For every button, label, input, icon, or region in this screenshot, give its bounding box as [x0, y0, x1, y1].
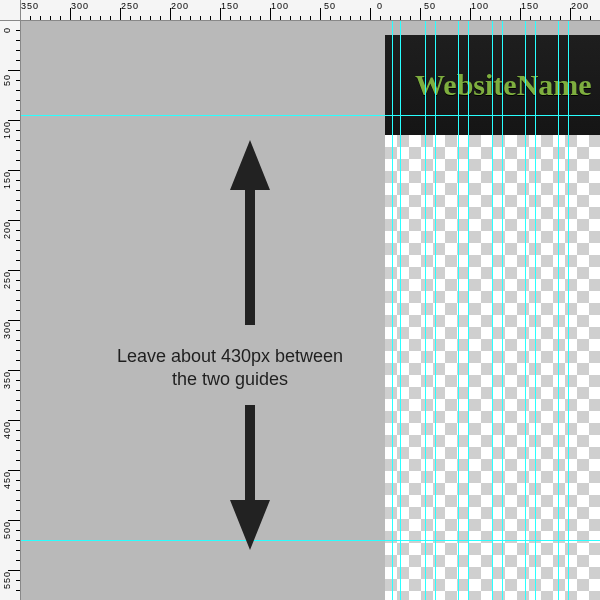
ruler-v-label: 50	[2, 74, 12, 86]
ruler-v-label: 300	[2, 321, 12, 339]
guide-vertical[interactable]	[502, 20, 503, 600]
ruler-h-label: 100	[471, 1, 489, 11]
ruler-v-label: 550	[2, 571, 12, 589]
guide-vertical[interactable]	[525, 20, 526, 600]
guide-vertical[interactable]	[468, 20, 469, 600]
website-title: WebsiteName	[415, 68, 592, 102]
ruler-vertical[interactable]: 050100150200250300350400450500550	[0, 20, 21, 600]
ruler-v-label: 150	[2, 171, 12, 189]
ruler-h-label: 50	[324, 1, 336, 11]
ruler-h-label: 150	[221, 1, 239, 11]
ruler-origin	[0, 0, 21, 21]
guide-vertical[interactable]	[392, 20, 393, 600]
guide-vertical[interactable]	[435, 20, 436, 600]
ruler-v-label: 250	[2, 271, 12, 289]
ruler-h-label: 250	[121, 1, 139, 11]
guide-horizontal[interactable]	[20, 115, 600, 116]
ruler-h-label: 100	[271, 1, 289, 11]
guide-vertical[interactable]	[492, 20, 493, 600]
ruler-horizontal[interactable]: 35030025020015010050050100150200	[20, 0, 600, 21]
annotation-group: Leave about 430px between the two guides	[80, 135, 380, 555]
guide-vertical[interactable]	[535, 20, 536, 600]
ruler-v-label: 450	[2, 471, 12, 489]
ruler-v-label: 0	[2, 27, 12, 33]
ruler-v-label: 400	[2, 421, 12, 439]
annotation-line2: the two guides	[172, 369, 288, 389]
ruler-v-label: 500	[2, 521, 12, 539]
ruler-h-label: 150	[521, 1, 539, 11]
guide-vertical[interactable]	[400, 20, 401, 600]
guide-vertical[interactable]	[568, 20, 569, 600]
guide-vertical[interactable]	[458, 20, 459, 600]
canvas-area[interactable]: WebsiteName Leave about 430px between th…	[20, 20, 600, 600]
ruler-h-label: 200	[171, 1, 189, 11]
ruler-v-label: 100	[2, 121, 12, 139]
ruler-h-label: 200	[571, 1, 589, 11]
ruler-v-label: 200	[2, 221, 12, 239]
ruler-v-label: 350	[2, 371, 12, 389]
annotation-line1: Leave about 430px between	[117, 346, 343, 366]
ruler-h-label: 300	[71, 1, 89, 11]
guide-vertical[interactable]	[425, 20, 426, 600]
ruler-h-label: 350	[21, 1, 39, 11]
ruler-h-label: 0	[377, 1, 383, 11]
ruler-h-label: 50	[424, 1, 436, 11]
annotation-text: Leave about 430px between the two guides	[105, 345, 355, 392]
guide-vertical[interactable]	[558, 20, 559, 600]
